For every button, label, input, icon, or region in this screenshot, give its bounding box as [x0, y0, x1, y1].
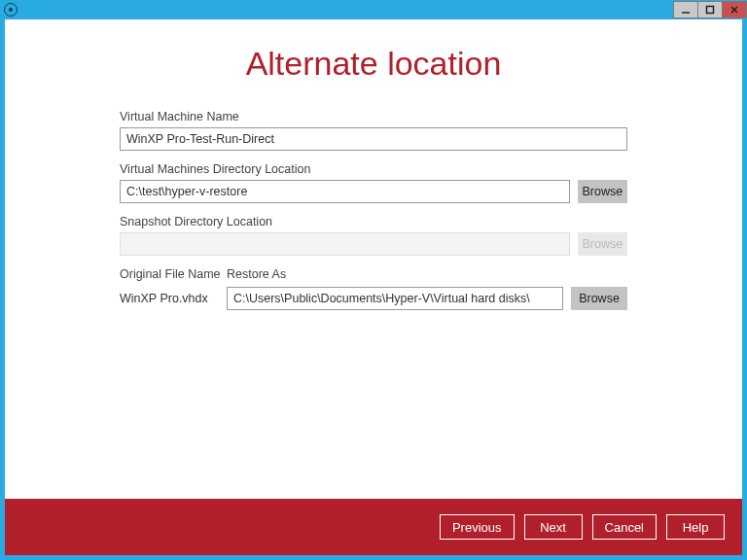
help-button[interactable]: Help	[666, 514, 725, 540]
wizard-footer: Previous Next Cancel Help	[5, 499, 742, 555]
snapshot-dir-browse-button: Browse	[578, 232, 627, 256]
vm-dir-input[interactable]	[120, 180, 570, 203]
app-icon	[4, 3, 18, 17]
restore-as-input[interactable]	[227, 287, 563, 310]
file-columns-header: Original File Name Restore As	[120, 267, 627, 281]
vm-dir-browse-button[interactable]: Browse	[578, 180, 627, 203]
vm-name-label: Virtual Machine Name	[120, 110, 627, 123]
snapshot-dir-input	[120, 232, 570, 256]
svg-rect-1	[707, 7, 714, 14]
vm-name-input[interactable]	[120, 127, 627, 151]
col-restore-as-label: Restore As	[227, 267, 627, 281]
restore-as-browse-button[interactable]: Browse	[571, 287, 627, 310]
titlebar	[0, 0, 747, 19]
vm-dir-label: Virtual Machines Directory Location	[120, 162, 627, 176]
window-frame: Alternate location Virtual Machine Name …	[0, 0, 747, 560]
cancel-button[interactable]: Cancel	[592, 514, 657, 540]
client-area: Alternate location Virtual Machine Name …	[5, 19, 742, 555]
form: Virtual Machine Name Virtual Machines Di…	[5, 110, 742, 310]
minimize-button[interactable]	[673, 1, 698, 18]
window-controls	[674, 1, 747, 18]
previous-button[interactable]: Previous	[440, 514, 515, 540]
page-title: Alternate location	[5, 45, 742, 83]
file-row: WinXP Pro.vhdx Browse	[120, 287, 627, 310]
col-original-label: Original File Name	[120, 267, 227, 281]
next-button[interactable]: Next	[524, 514, 583, 540]
snapshot-dir-label: Snapshot Directory Location	[120, 215, 627, 228]
maximize-button[interactable]	[697, 1, 723, 18]
close-button[interactable]	[722, 1, 747, 18]
original-file-name: WinXP Pro.vhdx	[120, 292, 219, 305]
